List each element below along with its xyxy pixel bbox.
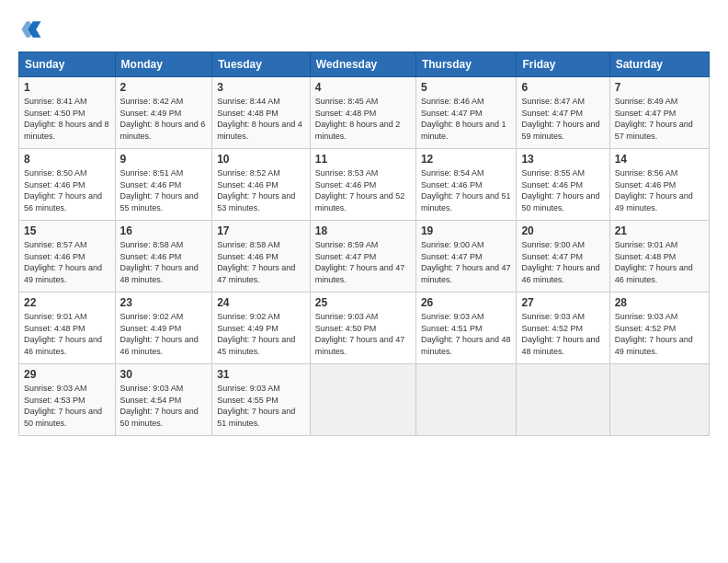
day-number: 29 <box>24 368 110 381</box>
day-cell-10: 10 Sunrise: 8:52 AM Sunset: 4:46 PM Dayl… <box>212 149 311 221</box>
sunrise-label: Sunrise: 9:03 AM <box>120 384 184 393</box>
daylight-label: Daylight: 7 hours and 56 minutes. <box>24 191 102 213</box>
day-number: 5 <box>421 81 511 94</box>
day-cell-25: 25 Sunrise: 9:03 AM Sunset: 4:50 PM Dayl… <box>310 293 415 364</box>
day-number: 10 <box>217 153 305 166</box>
daylight-label: Daylight: 7 hours and 46 minutes. <box>521 263 599 284</box>
sunrise-label: Sunrise: 8:50 AM <box>24 168 87 178</box>
day-number: 9 <box>120 153 208 166</box>
day-cell-12: 12 Sunrise: 8:54 AM Sunset: 4:46 PM Dayl… <box>415 149 516 221</box>
week-row-1: 1 Sunrise: 8:41 AM Sunset: 4:50 PM Dayli… <box>19 77 710 149</box>
day-number: 22 <box>24 296 110 309</box>
empty-cell <box>609 364 709 436</box>
day-number: 30 <box>120 368 208 381</box>
day-number: 28 <box>615 296 704 309</box>
day-number: 25 <box>315 296 411 309</box>
sunrise-label: Sunrise: 8:58 AM <box>217 240 280 249</box>
day-number: 11 <box>315 153 411 166</box>
sunrise-label: Sunrise: 8:41 AM <box>24 97 87 106</box>
logo-icon <box>18 17 44 42</box>
sunset-label: Sunset: 4:48 PM <box>615 252 677 261</box>
sunset-label: Sunset: 4:46 PM <box>217 252 279 261</box>
page-container: SundayMondayTuesdayWednesdayThursdayFrid… <box>0 0 728 447</box>
daylight-label: Daylight: 8 hours and 4 minutes. <box>217 120 302 141</box>
daylight-label: Daylight: 7 hours and 48 minutes. <box>421 335 511 356</box>
day-cell-19: 19 Sunrise: 9:00 AM Sunset: 4:47 PM Dayl… <box>415 221 516 293</box>
day-number: 27 <box>521 296 604 309</box>
sunrise-label: Sunrise: 8:53 AM <box>315 168 379 178</box>
day-info: Sunrise: 8:49 AM Sunset: 4:47 PM Dayligh… <box>615 96 704 142</box>
day-info: Sunrise: 8:42 AM Sunset: 4:49 PM Dayligh… <box>120 96 208 142</box>
day-number: 18 <box>315 224 411 237</box>
sunset-label: Sunset: 4:54 PM <box>120 396 182 405</box>
sunrise-label: Sunrise: 9:00 AM <box>421 240 484 249</box>
sunset-label: Sunset: 4:53 PM <box>24 396 85 405</box>
day-number: 8 <box>24 153 110 166</box>
sunrise-label: Sunrise: 9:03 AM <box>24 384 87 393</box>
day-cell-11: 11 Sunrise: 8:53 AM Sunset: 4:46 PM Dayl… <box>310 149 415 221</box>
week-row-4: 22 Sunrise: 9:01 AM Sunset: 4:48 PM Dayl… <box>19 293 710 364</box>
day-number: 14 <box>615 153 704 166</box>
day-info: Sunrise: 8:50 AM Sunset: 4:46 PM Dayligh… <box>24 167 110 213</box>
day-info: Sunrise: 8:57 AM Sunset: 4:46 PM Dayligh… <box>24 239 110 285</box>
day-cell-21: 21 Sunrise: 9:01 AM Sunset: 4:48 PM Dayl… <box>609 221 709 293</box>
sunrise-label: Sunrise: 9:02 AM <box>120 312 184 321</box>
sunrise-label: Sunrise: 9:00 AM <box>521 240 585 249</box>
daylight-label: Daylight: 7 hours and 50 minutes. <box>120 407 199 428</box>
day-cell-2: 2 Sunrise: 8:42 AM Sunset: 4:49 PM Dayli… <box>115 77 212 149</box>
col-header-tuesday: Tuesday <box>212 52 311 77</box>
header <box>18 17 710 42</box>
daylight-label: Daylight: 8 hours and 8 minutes. <box>24 120 109 141</box>
daylight-label: Daylight: 7 hours and 47 minutes. <box>421 263 511 284</box>
daylight-label: Daylight: 7 hours and 45 minutes. <box>217 335 295 356</box>
day-info: Sunrise: 8:55 AM Sunset: 4:46 PM Dayligh… <box>521 167 604 213</box>
day-info: Sunrise: 9:03 AM Sunset: 4:51 PM Dayligh… <box>421 311 511 357</box>
sunset-label: Sunset: 4:46 PM <box>615 180 677 190</box>
sunrise-label: Sunrise: 8:54 AM <box>421 168 484 178</box>
col-header-sunday: Sunday <box>19 52 116 77</box>
daylight-label: Daylight: 7 hours and 50 minutes. <box>24 407 102 428</box>
day-number: 20 <box>521 224 604 237</box>
header-row: SundayMondayTuesdayWednesdayThursdayFrid… <box>19 52 710 77</box>
sunset-label: Sunset: 4:46 PM <box>315 180 377 190</box>
day-number: 12 <box>421 153 511 166</box>
sunset-label: Sunset: 4:48 PM <box>217 109 279 118</box>
daylight-label: Daylight: 7 hours and 57 minutes. <box>615 120 693 141</box>
sunset-label: Sunset: 4:51 PM <box>421 324 483 333</box>
sunset-label: Sunset: 4:50 PM <box>24 109 85 118</box>
day-cell-24: 24 Sunrise: 9:02 AM Sunset: 4:49 PM Dayl… <box>212 293 311 364</box>
day-info: Sunrise: 8:54 AM Sunset: 4:46 PM Dayligh… <box>421 167 511 213</box>
day-cell-17: 17 Sunrise: 8:58 AM Sunset: 4:46 PM Dayl… <box>212 221 311 293</box>
day-cell-27: 27 Sunrise: 9:03 AM Sunset: 4:52 PM Dayl… <box>517 293 609 364</box>
day-number: 15 <box>24 224 110 237</box>
day-cell-7: 7 Sunrise: 8:49 AM Sunset: 4:47 PM Dayli… <box>609 77 709 149</box>
daylight-label: Daylight: 7 hours and 51 minutes. <box>217 407 295 428</box>
sunset-label: Sunset: 4:55 PM <box>217 396 279 405</box>
week-row-3: 15 Sunrise: 8:57 AM Sunset: 4:46 PM Dayl… <box>19 221 710 293</box>
day-number: 19 <box>421 224 511 237</box>
day-info: Sunrise: 8:47 AM Sunset: 4:47 PM Dayligh… <box>521 96 604 142</box>
day-info: Sunrise: 8:44 AM Sunset: 4:48 PM Dayligh… <box>217 96 305 142</box>
day-info: Sunrise: 9:02 AM Sunset: 4:49 PM Dayligh… <box>120 311 208 357</box>
daylight-label: Daylight: 7 hours and 49 minutes. <box>615 191 693 213</box>
daylight-label: Daylight: 7 hours and 49 minutes. <box>615 335 693 356</box>
week-row-2: 8 Sunrise: 8:50 AM Sunset: 4:46 PM Dayli… <box>19 149 710 221</box>
col-header-thursday: Thursday <box>415 52 516 77</box>
sunrise-label: Sunrise: 8:56 AM <box>615 168 678 178</box>
sunset-label: Sunset: 4:48 PM <box>24 324 85 333</box>
day-cell-1: 1 Sunrise: 8:41 AM Sunset: 4:50 PM Dayli… <box>19 77 116 149</box>
empty-cell <box>310 364 415 436</box>
sunset-label: Sunset: 4:46 PM <box>24 252 85 261</box>
sunrise-label: Sunrise: 8:57 AM <box>24 240 87 249</box>
day-cell-13: 13 Sunrise: 8:55 AM Sunset: 4:46 PM Dayl… <box>517 149 609 221</box>
day-cell-4: 4 Sunrise: 8:45 AM Sunset: 4:48 PM Dayli… <box>310 77 415 149</box>
sunset-label: Sunset: 4:49 PM <box>120 109 182 118</box>
logo <box>18 17 48 42</box>
col-header-saturday: Saturday <box>609 52 709 77</box>
sunset-label: Sunset: 4:49 PM <box>120 324 182 333</box>
day-cell-31: 31 Sunrise: 9:03 AM Sunset: 4:55 PM Dayl… <box>212 364 311 436</box>
day-info: Sunrise: 9:03 AM Sunset: 4:55 PM Dayligh… <box>217 383 305 429</box>
daylight-label: Daylight: 7 hours and 53 minutes. <box>217 191 295 213</box>
sunset-label: Sunset: 4:47 PM <box>521 252 583 261</box>
day-info: Sunrise: 9:03 AM Sunset: 4:53 PM Dayligh… <box>24 383 110 429</box>
